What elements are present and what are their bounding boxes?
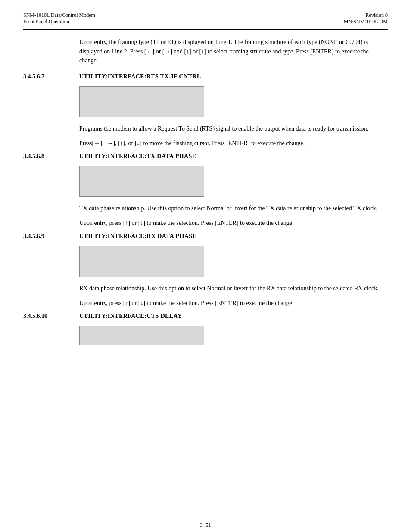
section-3468-lcd-display [79,166,204,197]
section-3468-lcd-wrapper [79,166,388,197]
section-34610-lcd-display [79,326,204,345]
section-3467-para2: Press[←], [→], [↑], or [↓] to move the f… [79,139,388,148]
page-header: SNM-1010L Data/Control Modem Front Panel… [0,0,411,29]
section-3467-number: 3.4.5.6.7 [23,73,79,80]
section-34610-title: UTILITY:INTERFACE:CTS DELAY [79,313,182,320]
section-3467-heading: 3.4.5.6.7 UTILITY:INTERFACE:RTS TX-IF CN… [23,73,388,80]
section-3468-heading: 3.4.5.6.8 UTILITY:INTERFACE:TX DATA PHAS… [23,153,388,160]
header-left: SNM-1010L Data/Control Modem Front Panel… [23,12,95,25]
page: SNM-1010L Data/Control Modem Front Panel… [0,0,411,532]
section-3468-number: 3.4.5.6.8 [23,153,79,160]
normal-underline-tx: Normal [207,205,225,212]
and-word: and [174,48,183,55]
section-3469-para2: Upon entry, press [↑] or [↓] to make the… [79,299,388,308]
section-3469-para1: RX data phase relationship. Use this opt… [79,284,388,293]
header-right: Revision 0 MN/SNM1010L.OM [344,12,388,25]
section-3469-number: 3.4.5.6.9 [23,233,79,240]
header-docnum: MN/SNM1010L.OM [344,19,388,25]
section-3468-para1: TX data phase relationship. Use this opt… [79,204,388,213]
header-section: Front Panel Operation [23,19,95,25]
section-3467-lcd-display [79,86,204,117]
section-3467-title: UTILITY:INTERFACE:RTS TX-IF CNTRL [79,73,201,80]
section-3467-para1: Programs the modem to allow a Request To… [79,124,388,134]
section-34610-heading: 3.4.5.6.10 UTILITY:INTERFACE:CTS DELAY [23,313,388,320]
normal-underline-rx: Normal [207,285,225,292]
section-3469-lcd-display [79,246,204,277]
header-revision: Revision 0 [344,12,388,19]
section-3468-para2: Upon entry, press [↑] or [↓] to make the… [79,218,388,228]
main-content: Upon entry, the framing type (T1 or E1) … [0,30,411,345]
section-3467-lcd-wrapper [79,86,388,117]
section-3469-lcd-wrapper [79,246,388,277]
section-3469-heading: 3.4.5.6.9 UTILITY:INTERFACE:RX DATA PHAS… [23,233,388,240]
header-product: SNM-1010L Data/Control Modem [23,12,95,19]
section-3469-title: UTILITY:INTERFACE:RX DATA PHASE [79,233,196,240]
page-number: 3–51 [0,519,411,532]
section-34610-number: 3.4.5.6.10 [23,313,79,320]
page-footer: 3–51 [0,519,411,532]
intro-paragraph: Upon entry, the framing type (T1 or E1) … [79,37,388,65]
section-34610-lcd-wrapper [79,326,388,345]
section-3468-title: UTILITY:INTERFACE:TX DATA PHASE [79,153,196,160]
